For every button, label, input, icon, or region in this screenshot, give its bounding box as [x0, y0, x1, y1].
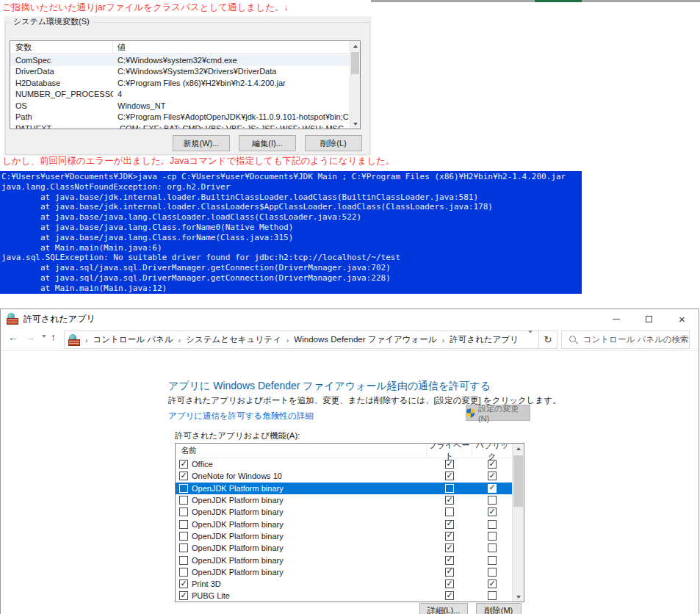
breadcrumb-item[interactable]: ›コントロール パネル — [80, 334, 173, 345]
app-enabled-checkbox[interactable] — [179, 508, 188, 516]
env-var-row[interactable]: NUMBER_OF_PROCESSORS 4 — [10, 89, 350, 101]
env-var-name: H2Database — [10, 79, 113, 87]
scroll-up-icon[interactable] — [513, 444, 524, 453]
public-checkbox[interactable] — [488, 508, 497, 516]
public-checkbox[interactable] — [488, 472, 497, 480]
app-row[interactable]: OpenJDK Platform binary — [176, 530, 512, 542]
public-checkbox[interactable] — [488, 579, 497, 588]
column-header-private[interactable]: プライベート — [427, 444, 472, 458]
recent-pages-dropdown-icon[interactable] — [42, 338, 46, 351]
command-prompt-output: C:¥Users¥user¥Documents¥JDK>java -cp C:¥… — [0, 171, 582, 294]
delete-button[interactable]: 削除(L) — [305, 135, 362, 151]
public-checkbox[interactable] — [488, 591, 497, 600]
breadcrumb-item[interactable]: ›Windows Defender ファイアウォール — [281, 334, 437, 345]
breadcrumb-label[interactable]: システムとセキュリティ — [186, 334, 281, 345]
private-checkbox[interactable] — [445, 484, 454, 493]
app-row[interactable]: Print 3D — [176, 578, 512, 590]
app-enabled-checkbox[interactable] — [179, 568, 188, 577]
back-button[interactable]: ← — [8, 331, 18, 343]
refresh-button[interactable]: ↻ — [539, 331, 558, 349]
forward-button[interactable]: → — [25, 331, 35, 343]
scrollbar-thumb[interactable] — [351, 52, 359, 74]
env-var-row[interactable]: OS Windows_NT — [10, 100, 350, 112]
env-var-row[interactable]: ComSpec C:¥Windows¥system32¥cmd.exe — [10, 54, 350, 66]
private-checkbox[interactable] — [445, 472, 454, 480]
app-name: OpenJDK Platform binary — [192, 520, 284, 529]
app-row[interactable]: OpenJDK Platform binary — [176, 483, 512, 494]
env-table-scrollbar[interactable] — [350, 41, 360, 129]
remove-button[interactable]: 削除(M) — [476, 603, 522, 614]
close-button[interactable]: × — [665, 309, 699, 328]
app-row[interactable]: OpenJDK Platform binary — [176, 566, 512, 578]
app-row[interactable]: OneNote for Windows 10 — [176, 470, 512, 482]
public-checkbox[interactable] — [488, 532, 497, 541]
app-row[interactable]: PUBG Lite — [176, 590, 512, 602]
breadcrumb-item[interactable]: ›許可されたアプリ — [437, 334, 519, 345]
public-checkbox[interactable] — [488, 520, 497, 529]
app-enabled-checkbox[interactable] — [179, 591, 188, 600]
private-checkbox[interactable] — [445, 543, 454, 552]
app-enabled-checkbox[interactable] — [179, 472, 188, 480]
env-var-row[interactable]: H2Database C:¥Program Files (x86)¥H2¥bin… — [10, 77, 350, 89]
private-checkbox[interactable] — [445, 520, 454, 529]
title-bar[interactable]: 許可されたアプリ × — [1, 309, 699, 328]
app-enabled-checkbox[interactable] — [179, 460, 188, 469]
private-checkbox[interactable] — [445, 556, 454, 565]
public-checkbox[interactable] — [488, 568, 497, 577]
public-checkbox[interactable] — [488, 556, 497, 565]
apps-list-scrollbar[interactable] — [512, 444, 524, 602]
env-var-row[interactable]: DriverData C:¥Windows¥System32¥Drivers¥D… — [10, 66, 350, 78]
edit-button[interactable]: 編集(I)... — [239, 135, 296, 151]
scroll-up-icon[interactable] — [350, 41, 360, 51]
maximize-button[interactable] — [632, 309, 665, 328]
breadcrumb-label[interactable]: 許可されたアプリ — [450, 334, 519, 345]
private-checkbox[interactable] — [445, 496, 454, 505]
private-checkbox[interactable] — [445, 508, 454, 516]
app-enabled-checkbox[interactable] — [179, 556, 188, 565]
private-checkbox[interactable] — [445, 568, 454, 577]
app-row[interactable]: OpenJDK Platform binary — [176, 506, 512, 518]
breadcrumb-label[interactable]: コントロール パネル — [93, 334, 173, 345]
app-name: OpenJDK Platform binary — [192, 568, 284, 577]
risk-details-link[interactable]: アプリに通信を許可する危険性の詳細 — [168, 411, 314, 422]
public-checkbox[interactable] — [488, 496, 497, 505]
details-button[interactable]: 詳細(L)... — [419, 603, 468, 614]
public-checkbox[interactable] — [488, 543, 497, 552]
env-header-value[interactable]: 値 — [113, 42, 360, 53]
new-button[interactable]: 新規(W)... — [173, 135, 230, 151]
public-checkbox[interactable] — [488, 484, 497, 493]
private-checkbox[interactable] — [445, 532, 454, 541]
search-box[interactable]: コントロール パネルの検索 — [561, 331, 690, 349]
app-enabled-checkbox[interactable] — [179, 579, 188, 588]
breadcrumb-item[interactable]: ›システムとセキュリティ — [173, 334, 281, 345]
scroll-down-icon[interactable] — [513, 592, 524, 602]
breadcrumb-label[interactable]: Windows Defender ファイアウォール — [294, 334, 436, 345]
app-enabled-checkbox[interactable] — [179, 543, 188, 552]
app-row[interactable]: OpenJDK Platform binary — [176, 518, 512, 530]
app-name: OpenJDK Platform binary — [192, 532, 284, 541]
app-enabled-checkbox[interactable] — [179, 532, 188, 541]
column-header-name[interactable]: 名前 — [176, 444, 427, 458]
private-checkbox[interactable] — [445, 460, 454, 469]
column-header-public[interactable]: パブリック — [472, 444, 512, 458]
change-settings-button[interactable]: 設定の変更(N) — [466, 405, 530, 421]
app-enabled-checkbox[interactable] — [179, 484, 188, 493]
env-var-row[interactable]: PATHEXT .COM;.EXE;.BAT;.CMD;.VBS;.VBE;.J… — [10, 123, 350, 129]
address-dropdown-icon[interactable] — [528, 333, 533, 347]
app-enabled-checkbox[interactable] — [179, 496, 188, 505]
app-row[interactable]: OpenJDK Platform binary — [176, 554, 512, 566]
app-row[interactable]: OpenJDK Platform binary — [176, 494, 512, 506]
private-checkbox[interactable] — [445, 579, 454, 588]
public-checkbox[interactable] — [488, 460, 497, 469]
env-header-variable[interactable]: 変数 — [10, 41, 113, 53]
up-button[interactable]: ↑ — [51, 331, 56, 343]
env-var-row[interactable]: Path C:¥Program Files¥AdoptOpenJDK¥jdk-1… — [10, 112, 350, 123]
app-row[interactable]: OpenJDK Platform binary — [176, 542, 512, 554]
private-checkbox[interactable] — [445, 591, 454, 600]
app-row[interactable]: Office — [176, 458, 512, 470]
app-enabled-checkbox[interactable] — [179, 520, 188, 529]
scrollbar-thumb[interactable] — [513, 455, 523, 507]
minimize-button[interactable] — [599, 309, 632, 328]
breadcrumb[interactable]: ›コントロール パネル›システムとセキュリティ›Windows Defender… — [64, 331, 539, 349]
scroll-down-icon[interactable] — [350, 119, 360, 129]
